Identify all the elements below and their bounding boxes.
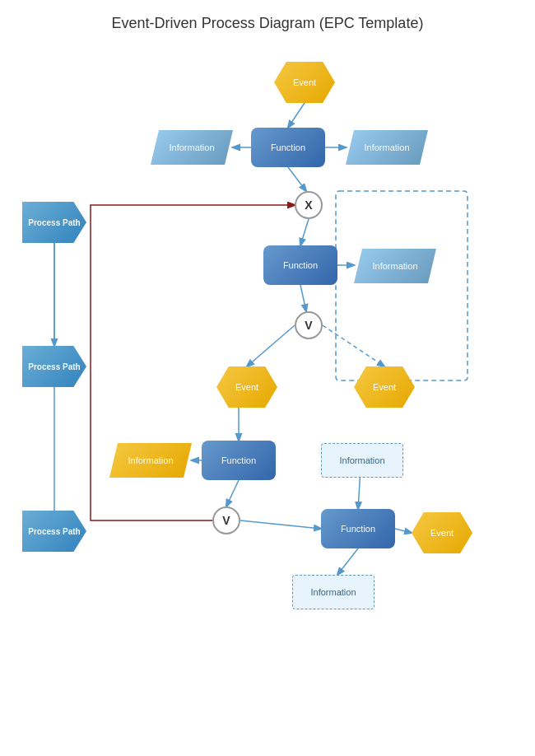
gateway-v2-label: V (222, 514, 230, 527)
svg-line-14 (337, 548, 358, 575)
event1-label: Event (293, 77, 316, 87)
event1-shape: Event (274, 62, 335, 103)
svg-line-12 (240, 520, 321, 529)
event2-label: Event (235, 382, 258, 392)
event3-shape: Event (354, 366, 415, 408)
info1-left-shape: Information (151, 130, 233, 165)
event3-label: Event (373, 382, 396, 392)
process-path2-shape: Process Path (22, 346, 86, 387)
svg-line-11 (226, 480, 239, 506)
function1-shape: Function (251, 128, 325, 167)
function3-shape: Function (202, 441, 276, 480)
process-path3-shape: Process Path (22, 511, 86, 552)
info3-left-label: Information (128, 455, 173, 465)
svg-line-0 (288, 103, 305, 128)
function4-label: Function (341, 524, 375, 534)
info2-right-label: Information (372, 261, 417, 271)
process-path1-label: Process Path (28, 218, 80, 227)
svg-line-8 (323, 325, 384, 366)
function1-label: Function (271, 142, 305, 152)
gateway-v2-shape: V (212, 506, 240, 534)
info3-left-shape: Information (109, 443, 192, 478)
function4-shape: Function (321, 509, 395, 548)
gateway-v1-shape: V (295, 311, 323, 339)
svg-line-4 (300, 219, 309, 245)
event2-shape: Event (216, 366, 277, 408)
info4-right-label: Information (339, 455, 384, 465)
info2-right-shape: Information (354, 249, 436, 283)
page-title: Event-Driven Process Diagram (EPC Templa… (0, 0, 535, 32)
info1-right-label: Information (364, 142, 409, 152)
svg-line-3 (288, 167, 306, 191)
function2-shape: Function (263, 245, 337, 285)
info5-bottom-shape: Information (292, 575, 374, 609)
svg-line-6 (300, 285, 306, 311)
gateway-v1-label: V (305, 319, 312, 332)
process-path1-shape: Process Path (22, 202, 86, 243)
event4-shape: Event (412, 512, 472, 553)
svg-line-13 (395, 529, 412, 533)
svg-rect-19 (336, 191, 468, 380)
process-path3-label: Process Path (28, 527, 80, 536)
diagram-container: Event-Driven Process Diagram (EPC Templa… (0, 0, 535, 756)
svg-line-7 (247, 325, 295, 366)
gateway-x-shape: X (295, 191, 323, 219)
info1-left-label: Information (169, 142, 214, 152)
function2-label: Function (283, 260, 318, 270)
info5-bottom-label: Information (310, 587, 356, 597)
event4-label: Event (430, 528, 454, 538)
process-path2-label: Process Path (28, 362, 80, 371)
function3-label: Function (221, 455, 256, 465)
info4-right-shape: Information (321, 443, 403, 478)
gateway-x-label: X (305, 198, 312, 212)
info1-right-shape: Information (346, 130, 428, 165)
